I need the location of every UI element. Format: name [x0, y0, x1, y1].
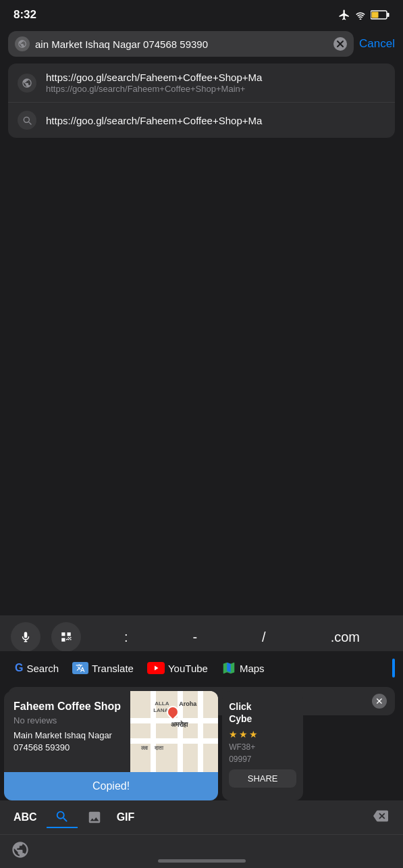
keyboard-bottom-row: ABC GIF	[0, 800, 403, 835]
slash-key[interactable]: /	[262, 630, 266, 645]
qr-scanner-button[interactable]	[51, 622, 81, 652]
map-pin	[167, 706, 179, 718]
maps-icon	[221, 661, 236, 675]
results-row: Faheem Coffee Shop No reviews Main Marke…	[0, 691, 403, 800]
airplane-icon	[338, 9, 350, 21]
address-line1: Main Market Ishaq Nagar	[14, 730, 112, 740]
address-bar[interactable]: ain Market Ishaq Nagar 074568 59390	[8, 31, 354, 57]
abc-key[interactable]: ABC	[8, 809, 43, 826]
globe-icon	[15, 36, 30, 51]
status-icons	[338, 9, 389, 21]
microphone-button[interactable]	[11, 622, 41, 652]
right-code-2: 09997	[229, 755, 296, 764]
result-card-map[interactable]: ALLA LANA ल्ला दाता Aroha अमरोहा	[130, 691, 218, 772]
keyboard-symbols: : - / .com	[92, 630, 392, 645]
quick-action-youtube[interactable]: YouTube	[140, 658, 215, 678]
home-indicator	[158, 859, 246, 863]
map-label-tada: दाता	[155, 745, 163, 752]
suggestion-item-0[interactable]: https://goo.gl/search/Faheem+Coffee+Shop…	[8, 63, 395, 103]
suggestion-main-1: https://goo.gl/search/Faheem+Coffee+Shop…	[46, 115, 262, 126]
keyboard-bottom: ABC GIF	[0, 800, 403, 868]
address-bar-container: ain Market Ishaq Nagar 074568 59390 Canc…	[0, 27, 403, 61]
right-code-1: WF38+	[229, 742, 296, 752]
quick-action-translate[interactable]: Translate	[65, 658, 140, 678]
result-card-right-title: ClickCybe	[229, 700, 296, 725]
search-key[interactable]	[47, 807, 78, 828]
suggestion-item-1[interactable]: https://goo.gl/search/Faheem+Coffee+Shop…	[8, 103, 395, 138]
suggestion-text-1: https://goo.gl/search/Faheem+Coffee+Shop…	[46, 115, 262, 126]
dash-key[interactable]: -	[192, 630, 197, 645]
status-bar: 8:32	[0, 0, 403, 27]
star-3: ★	[249, 729, 258, 740]
status-time: 8:32	[14, 8, 36, 22]
suggestion-search-icon	[18, 111, 36, 130]
result-card-main: Faheem Coffee Shop No reviews Main Marke…	[4, 691, 218, 800]
suggestion-text-0: https://goo.gl/search/Faheem+Coffee+Shop…	[46, 72, 262, 94]
google-g-icon: G	[15, 662, 23, 674]
result-card-reviews: No reviews	[14, 715, 121, 725]
maps-label: Maps	[240, 663, 265, 674]
youtube-label: YouTube	[168, 663, 208, 674]
map-label-aroha: Aroha	[179, 700, 196, 707]
scroll-indicator	[392, 659, 395, 678]
svg-rect-2	[372, 12, 379, 18]
cancel-button[interactable]: Cancel	[359, 37, 395, 51]
suggestion-sub-0: https://goo.gl/search/Faheem+Coffee+Shop…	[46, 84, 262, 94]
result-card-title: Faheem Coffee Shop	[14, 700, 121, 713]
quick-action-search[interactable]: G Search	[8, 658, 65, 678]
suggestion-globe-icon	[18, 74, 36, 93]
quick-actions-row: G Search Translate YouTube Maps	[0, 651, 403, 686]
result-card-address: Main Market Ishaq Nagar 074568 59390	[14, 730, 121, 754]
star-2: ★	[239, 729, 248, 740]
image-key[interactable]	[82, 807, 107, 827]
youtube-icon	[147, 662, 165, 674]
result-card-info: Faheem Coffee Shop No reviews Main Marke…	[4, 691, 130, 772]
globe-keyboard-icon[interactable]	[11, 840, 30, 859]
translate-label: Translate	[92, 663, 134, 674]
dotcom-key[interactable]: .com	[331, 630, 360, 645]
share-button[interactable]: SHARE	[229, 769, 296, 788]
star-1: ★	[229, 729, 238, 740]
svg-rect-1	[387, 13, 389, 17]
quick-action-maps[interactable]: Maps	[215, 657, 271, 680]
search-label: Search	[26, 663, 59, 674]
delete-key[interactable]	[367, 806, 395, 829]
stars-row: ★ ★ ★	[229, 729, 296, 740]
address-bar-text: ain Market Ishaq Nagar 074568 59390	[35, 39, 328, 50]
copied-bar[interactable]: Copied!	[4, 772, 218, 800]
colon-key[interactable]: :	[124, 630, 128, 645]
address-bar-clear-button[interactable]	[333, 37, 347, 51]
suggestions-list: https://goo.gl/search/Faheem+Coffee+Shop…	[8, 63, 395, 138]
map-label-amroha: अमरोहा	[171, 721, 188, 729]
translate-icon	[72, 662, 88, 674]
gif-key[interactable]: GIF	[111, 809, 140, 826]
result-card-right: ClickCybe ★ ★ ★ WF38+ 09997 SHARE	[222, 691, 303, 800]
battery-icon	[371, 10, 389, 20]
suggestion-main-0: https://goo.gl/search/Faheem+Coffee+Shop…	[46, 72, 262, 83]
wifi-icon	[354, 10, 367, 20]
address-line2: 074568 59390	[14, 742, 70, 752]
map-label-ada: ल्ला	[141, 745, 148, 752]
